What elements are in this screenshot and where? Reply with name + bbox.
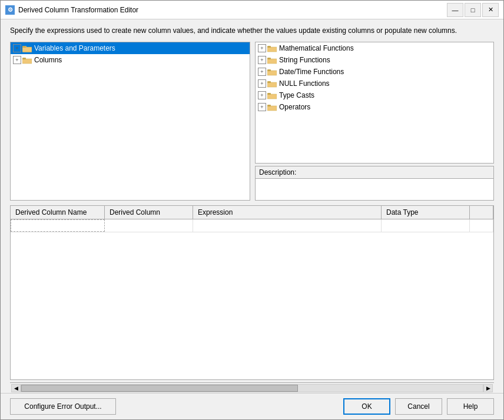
tree-item-columns[interactable]: + Columns (11, 54, 250, 66)
maximize-button[interactable]: □ (465, 3, 481, 17)
scroll-thumb[interactable] (21, 385, 298, 392)
close-button[interactable]: ✕ (482, 3, 499, 17)
description-label: Description: (256, 166, 493, 179)
grid-header-name: Derived Column Name (11, 206, 105, 219)
grid-cell-name-edit[interactable] (11, 219, 105, 232)
title-bar: ⚙ Derived Column Transformation Editor —… (1, 1, 503, 19)
main-content: + Variables and Parameters + (1, 42, 503, 393)
tree-item-string[interactable]: + String Functions (256, 54, 493, 66)
scroll-right-arrow[interactable]: ▶ (483, 384, 493, 392)
footer-buttons: Configure Error Output... OK Cancel Help (1, 393, 503, 419)
expand-icon-null[interactable]: + (258, 79, 266, 88)
folder-icon-variables (22, 45, 32, 52)
grid-cell-derived-empty (105, 219, 193, 232)
expand-icon-datetime[interactable]: + (258, 68, 266, 76)
left-tree-panel[interactable]: + Variables and Parameters + (10, 42, 250, 201)
svg-rect-12 (267, 82, 277, 87)
window-controls: — □ ✕ (447, 3, 499, 17)
svg-rect-2 (22, 47, 32, 52)
svg-rect-3 (22, 46, 26, 48)
grid-header-extra (470, 206, 493, 219)
svg-rect-11 (267, 69, 271, 71)
tree-item-math[interactable]: + Mathematical Functions (256, 42, 493, 54)
grid-cell-datatype-empty (382, 219, 470, 232)
svg-rect-7 (267, 46, 271, 48)
grid-header: Derived Column Name Derived Column Expre… (11, 206, 493, 219)
description-section: Description: (255, 166, 494, 201)
folder-icon-columns (22, 56, 32, 64)
svg-rect-14 (267, 94, 277, 99)
horizontal-scrollbar[interactable]: ◀ ▶ (10, 382, 494, 393)
ok-button[interactable]: OK (343, 398, 390, 415)
folder-icon-datetime (267, 68, 277, 75)
svg-rect-17 (267, 105, 271, 106)
folder-icon-casts (267, 92, 277, 99)
tree-label-columns: Columns (34, 56, 62, 64)
tree-label-operators: Operators (279, 103, 310, 111)
tree-label-null: NULL Functions (279, 79, 330, 88)
grid-header-expression: Expression (193, 206, 382, 219)
svg-rect-15 (267, 93, 271, 95)
footer-right: OK Cancel Help (343, 398, 494, 415)
help-button[interactable]: Help (447, 398, 494, 415)
expand-icon-math[interactable]: + (258, 44, 266, 52)
svg-rect-16 (267, 106, 277, 111)
svg-rect-13 (267, 81, 271, 83)
grid-cell-extra-empty (470, 219, 493, 232)
description-content (256, 179, 493, 200)
expand-icon-casts[interactable]: + (258, 91, 266, 99)
svg-rect-6 (267, 47, 277, 52)
tree-label-math: Mathematical Functions (279, 44, 354, 52)
folder-icon-math (267, 45, 277, 52)
description-bar: Specify the expressions used to create n… (1, 19, 503, 42)
expand-icon-columns[interactable]: + (13, 56, 21, 64)
tree-item-casts[interactable]: + Type Casts (256, 89, 493, 101)
tree-item-operators[interactable]: + Operators (256, 101, 493, 113)
scroll-left-arrow[interactable]: ◀ (11, 384, 21, 392)
svg-rect-10 (267, 71, 277, 75)
scroll-track[interactable] (21, 384, 483, 392)
tree-label-casts: Type Casts (279, 91, 314, 99)
cancel-button[interactable]: Cancel (395, 398, 442, 415)
description-text: Specify the expressions used to create n… (10, 26, 457, 35)
grid-header-derived: Derived Column (105, 206, 193, 219)
window-title: Derived Column Transformation Editor (18, 6, 447, 14)
tree-item-variables[interactable]: + Variables and Parameters (11, 42, 250, 54)
tree-label-string: String Functions (279, 56, 330, 64)
tree-item-datetime[interactable]: + Date/Time Functions (256, 66, 493, 78)
expand-icon-string[interactable]: + (258, 56, 266, 64)
main-window: ⚙ Derived Column Transformation Editor —… (0, 0, 504, 420)
expand-icon-operators[interactable]: + (258, 103, 266, 111)
right-panel-container: + Mathematical Functions + (255, 42, 494, 201)
folder-icon-operators (267, 104, 277, 111)
tree-label-variables: Variables and Parameters (34, 44, 115, 52)
tree-item-null[interactable]: + NULL Functions (256, 78, 493, 89)
svg-rect-9 (267, 58, 271, 59)
tree-label-datetime: Date/Time Functions (279, 68, 344, 76)
data-grid[interactable]: Derived Column Name Derived Column Expre… (10, 205, 494, 380)
window-icon: ⚙ (5, 5, 15, 15)
footer-left: Configure Error Output... (10, 398, 339, 415)
grid-body[interactable] (11, 219, 493, 379)
folder-icon-null (267, 80, 277, 87)
svg-rect-8 (267, 59, 277, 64)
svg-rect-5 (22, 58, 26, 59)
minimize-button[interactable]: — (447, 3, 463, 17)
grid-header-datatype: Data Type (382, 206, 470, 219)
configure-error-button[interactable]: Configure Error Output... (10, 398, 116, 415)
top-panels: + Variables and Parameters + (10, 42, 494, 201)
right-tree-panel[interactable]: + Mathematical Functions + (255, 42, 494, 164)
grid-cell-expression-empty (193, 219, 382, 232)
svg-rect-4 (22, 59, 32, 64)
expand-icon-variables[interactable]: + (13, 44, 21, 52)
folder-icon-string (267, 56, 277, 64)
grid-empty-row (11, 219, 493, 232)
